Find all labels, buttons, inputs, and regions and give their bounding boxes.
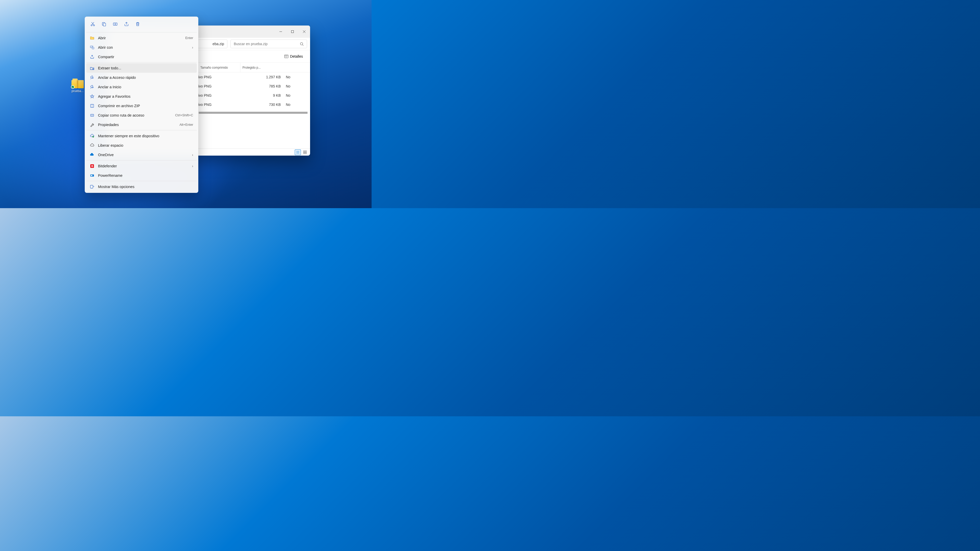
cloud-icon bbox=[90, 143, 94, 148]
zip-folder-icon bbox=[72, 79, 84, 88]
menu-free-space-label: Liberar espacio bbox=[98, 143, 193, 148]
file-type: ivo PNG bbox=[198, 91, 242, 100]
minimize-button[interactable] bbox=[275, 27, 286, 37]
menu-powerrename[interactable]: PowerRename bbox=[86, 171, 197, 180]
menu-share[interactable]: Compartir bbox=[86, 52, 197, 62]
svg-point-19 bbox=[91, 24, 92, 26]
copy-button[interactable] bbox=[99, 19, 109, 29]
menu-free-space[interactable]: Liberar espacio bbox=[86, 141, 197, 150]
menu-open-with-label: Abrir con bbox=[98, 45, 188, 49]
svg-rect-24 bbox=[103, 23, 106, 26]
menu-onedrive-label: OneDrive bbox=[98, 153, 188, 157]
more-options-icon bbox=[90, 184, 94, 189]
menu-add-favorites[interactable]: Agregar a Favoritos bbox=[86, 92, 197, 101]
svg-text:B: B bbox=[91, 165, 94, 168]
bitdefender-icon: B bbox=[90, 164, 94, 168]
cut-button[interactable] bbox=[88, 19, 97, 29]
star-icon bbox=[90, 94, 94, 99]
open-with-icon bbox=[90, 45, 94, 50]
file-protected: No bbox=[284, 73, 308, 82]
menu-compress-zip[interactable]: Comprimir en archivo ZIP bbox=[86, 101, 197, 110]
delete-icon-button[interactable] bbox=[133, 19, 142, 29]
menu-always-keep[interactable]: Mantener siempre en este dispositivo bbox=[86, 131, 197, 141]
search-icon[interactable] bbox=[300, 42, 304, 46]
list-view-button[interactable] bbox=[295, 149, 301, 155]
onedrive-icon bbox=[90, 152, 94, 157]
details-label: Detalles bbox=[290, 54, 303, 59]
share-icon-button[interactable] bbox=[121, 19, 131, 29]
file-size: 785 KB bbox=[242, 82, 284, 91]
menu-extract-all-label: Extraer todo... bbox=[98, 66, 193, 70]
desktop-icon-zip[interactable]: prueba... bbox=[72, 79, 84, 93]
menu-pin-start[interactable]: Anclar a Inicio bbox=[86, 82, 197, 92]
scrollbar-thumb[interactable] bbox=[199, 112, 307, 114]
file-type: ivo PNG bbox=[198, 73, 242, 82]
menu-copy-path[interactable]: Copiar como ruta de acceso Ctrl+Shift+C bbox=[86, 110, 197, 120]
menu-bitdefender[interactable]: B Bitdefender › bbox=[86, 161, 197, 171]
menu-open-shortcut: Enter bbox=[185, 36, 193, 40]
menu-copy-path-shortcut: Ctrl+Shift+C bbox=[175, 113, 193, 117]
svg-rect-39 bbox=[91, 175, 92, 176]
menu-add-favorites-label: Agregar a Favoritos bbox=[98, 94, 193, 98]
menu-pin-quick-label: Anclar a Acceso rápido bbox=[98, 76, 193, 79]
menu-extract-all[interactable]: Extraer todo... bbox=[86, 63, 197, 73]
svg-rect-18 bbox=[305, 152, 307, 154]
chevron-right-icon: › bbox=[192, 164, 193, 168]
file-type: ivo PNG bbox=[198, 100, 242, 109]
context-separator bbox=[86, 130, 197, 130]
search-input[interactable] bbox=[234, 42, 300, 46]
file-type: ivo PNG bbox=[198, 82, 242, 91]
menu-always-keep-label: Mantener siempre en este dispositivo bbox=[98, 134, 193, 138]
menu-share-label: Compartir bbox=[98, 55, 193, 59]
svg-rect-15 bbox=[304, 151, 305, 152]
desktop-icon-label: prueba... bbox=[72, 89, 83, 93]
column-protected[interactable]: Protegido p... bbox=[242, 66, 261, 69]
details-view-button[interactable]: Detalles bbox=[282, 52, 305, 61]
svg-line-5 bbox=[302, 44, 304, 46]
svg-point-4 bbox=[301, 42, 303, 44]
powerrename-icon bbox=[90, 173, 94, 178]
close-button[interactable] bbox=[298, 27, 310, 37]
menu-copy-path-label: Copiar como ruta de acceso bbox=[98, 113, 172, 118]
extract-icon bbox=[90, 66, 94, 70]
menu-open-with[interactable]: Abrir con › bbox=[86, 43, 197, 52]
chevron-right-icon: › bbox=[192, 153, 193, 157]
svg-rect-1 bbox=[291, 30, 294, 33]
address-text: eba.zip bbox=[213, 42, 224, 46]
menu-more-options-label: Mostrar Más opciones bbox=[98, 185, 193, 189]
column-compressed-size[interactable]: Tamaño comprimido bbox=[200, 66, 228, 69]
rename-button[interactable]: A bbox=[110, 19, 120, 29]
search-box[interactable] bbox=[231, 40, 307, 48]
menu-open[interactable]: Abrir Enter bbox=[86, 33, 197, 43]
menu-pin-start-label: Anclar a Inicio bbox=[98, 85, 193, 89]
file-protected: No bbox=[284, 100, 308, 109]
svg-rect-28 bbox=[90, 46, 92, 48]
svg-rect-16 bbox=[305, 151, 307, 152]
pin-icon bbox=[90, 75, 94, 80]
svg-rect-40 bbox=[90, 185, 93, 188]
file-size: 730 KB bbox=[242, 100, 284, 109]
file-size: 9 KB bbox=[242, 91, 284, 100]
menu-pin-quick[interactable]: Anclar a Acceso rápido bbox=[86, 73, 197, 82]
menu-onedrive[interactable]: OneDrive › bbox=[86, 150, 197, 159]
pin-start-icon bbox=[90, 85, 94, 89]
file-protected: No bbox=[284, 91, 308, 100]
menu-powerrename-label: PowerRename bbox=[98, 173, 193, 178]
zip-icon bbox=[90, 103, 94, 108]
context-separator bbox=[86, 160, 197, 160]
grid-view-button[interactable] bbox=[302, 149, 308, 155]
menu-properties-shortcut: Alt+Enter bbox=[180, 123, 193, 127]
svg-rect-17 bbox=[304, 152, 305, 154]
menu-properties[interactable]: Propiedades Alt+Enter bbox=[86, 120, 197, 129]
svg-point-20 bbox=[93, 24, 94, 26]
menu-properties-label: Propiedades bbox=[98, 123, 176, 127]
cloud-sync-icon bbox=[90, 134, 94, 138]
copy-path-icon bbox=[90, 113, 94, 118]
share-icon bbox=[90, 55, 94, 59]
svg-rect-29 bbox=[92, 47, 94, 49]
sync-status-badge bbox=[71, 85, 75, 89]
menu-more-options[interactable]: Mostrar Más opciones bbox=[86, 182, 197, 191]
svg-line-22 bbox=[91, 22, 94, 24]
folder-open-icon bbox=[90, 36, 94, 40]
maximize-button[interactable] bbox=[286, 27, 298, 37]
